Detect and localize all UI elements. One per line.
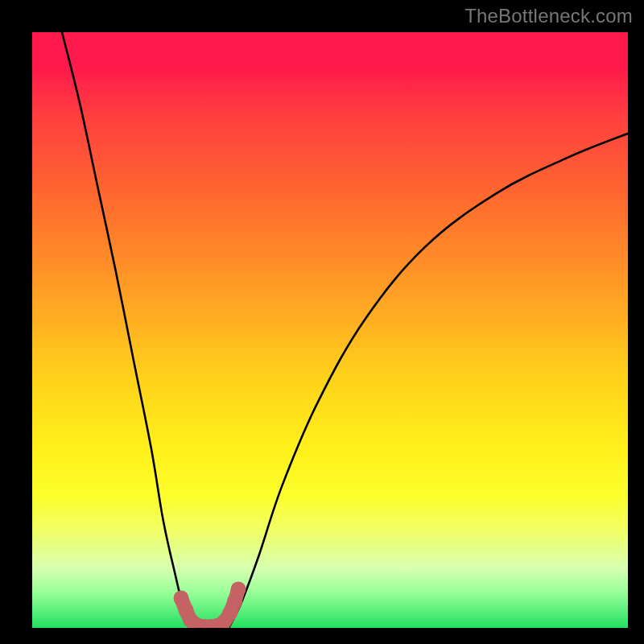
curve-group <box>62 32 628 628</box>
chart-frame: TheBottleneck.com <box>0 0 644 644</box>
watermark-text: TheBottleneck.com <box>464 5 633 27</box>
curve-svg <box>32 32 628 628</box>
series-right-branch <box>229 134 628 628</box>
plot-area <box>32 32 628 628</box>
marker-dot <box>231 581 246 597</box>
series-left-branch <box>62 32 193 628</box>
marker-group <box>174 581 246 628</box>
